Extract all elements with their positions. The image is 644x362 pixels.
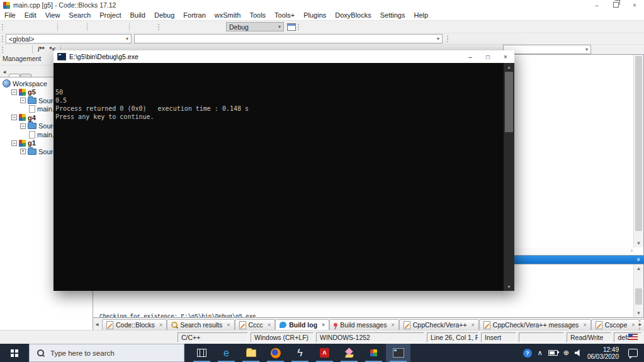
build-and-run-icon[interactable] <box>187 22 198 32</box>
tab-cppcheck-vera[interactable]: CppCheck/Vera++ × <box>399 319 479 330</box>
menu-tools[interactable]: Tools <box>245 11 270 19</box>
tray-help-icon[interactable] <box>523 349 532 358</box>
next-instruction-icon[interactable] <box>364 22 376 32</box>
console-scroll-thumb[interactable] <box>505 72 513 132</box>
tray-battery-icon[interactable] <box>548 350 558 356</box>
goto-next-icon[interactable] <box>463 34 475 44</box>
toolbar-grip[interactable] <box>1 35 4 43</box>
tab-cscope[interactable]: Cscope × <box>591 319 640 330</box>
open-file-icon[interactable] <box>18 22 30 32</box>
scroll-down-icon[interactable]: ▼ <box>634 310 643 316</box>
tab-code-blocks[interactable]: Code::Blocks × <box>102 319 167 330</box>
prev-bookmark-icon[interactable] <box>489 34 500 44</box>
tab-cccc[interactable]: Cccc × <box>235 319 276 330</box>
goto-prev-icon[interactable] <box>451 34 462 44</box>
taskbar-task-view[interactable] <box>189 344 214 362</box>
step-out-icon[interactable] <box>352 22 363 32</box>
tab-close-icon[interactable]: × <box>227 322 230 328</box>
debugging-windows-icon[interactable] <box>415 22 426 32</box>
logs-vscroll-thumb[interactable] <box>635 288 642 305</box>
tab-close-icon[interactable]: × <box>631 322 635 328</box>
expander-icon[interactable]: − <box>11 115 17 120</box>
save-all-icon[interactable] <box>43 22 55 32</box>
doxy-block-comment-button[interactable]: /** <box>35 46 47 53</box>
taskbar-layers-app[interactable] <box>337 344 361 362</box>
scroll-up-icon[interactable]: ▲ <box>504 65 514 69</box>
tab-close-icon[interactable]: × <box>472 322 475 328</box>
tab-build-log[interactable]: Build log × <box>275 319 329 330</box>
toolbar-grip[interactable] <box>1 23 4 31</box>
symbol-select[interactable]: ▾ <box>134 34 443 43</box>
run-icon[interactable] <box>174 22 186 32</box>
scroll-up-icon[interactable]: ▲ <box>634 266 643 271</box>
incremental-search-icon[interactable] <box>594 45 605 55</box>
menu-doxyblocks[interactable]: DoxyBlocks <box>330 11 375 19</box>
toolbar-grip[interactable] <box>157 23 160 31</box>
taskbar-lightning-app[interactable]: ϟ <box>288 344 312 362</box>
build-target-select[interactable]: Debug ▾ <box>226 22 284 31</box>
tabs-scroll-left-icon[interactable]: ◄ <box>1 69 9 77</box>
redo-icon[interactable] <box>73 22 84 32</box>
doxyblocks-run-icon[interactable] <box>18 45 30 55</box>
step-into-icon[interactable] <box>339 22 351 32</box>
menu-help[interactable]: Help <box>409 11 432 19</box>
start-button[interactable] <box>0 344 29 362</box>
undo-icon[interactable] <box>60 22 72 32</box>
cut-icon[interactable] <box>90 22 101 32</box>
tab-close-icon[interactable]: × <box>391 322 394 328</box>
toolbar-grip[interactable] <box>297 23 300 31</box>
console-scrollbar[interactable]: ▲ ▼ <box>504 63 514 291</box>
toolbar-grip[interactable] <box>446 35 449 43</box>
expander-icon[interactable]: + <box>20 149 26 154</box>
tabs-scroll-left-icon[interactable]: ◄ <box>94 322 99 327</box>
toggle-bookmark-icon[interactable] <box>476 34 487 44</box>
keyboard-layout-flag-icon[interactable] <box>628 334 638 340</box>
menu-fortran[interactable]: Fortran <box>179 11 210 19</box>
expander-icon[interactable]: − <box>20 98 26 103</box>
show-compiler-settings-icon[interactable] <box>287 23 296 31</box>
action-center-icon[interactable] <box>628 349 638 357</box>
scroll-down-icon[interactable]: ▼ <box>634 240 643 246</box>
find-replace-icon[interactable] <box>145 22 156 32</box>
editor-vscrollbar[interactable]: ▼ <box>633 55 643 247</box>
scope-select[interactable]: <global> ▾ <box>6 34 132 43</box>
pause-icon[interactable] <box>390 22 401 32</box>
scroll-right-icon[interactable]: › <box>631 247 633 254</box>
clear-bookmarks-icon[interactable] <box>514 34 525 44</box>
taskbar-firefox[interactable] <box>263 344 288 362</box>
paste-icon[interactable] <box>115 22 127 32</box>
console-maximize-button[interactable]: □ <box>479 50 497 63</box>
doxyblocks-extract-icon[interactable] <box>6 45 17 55</box>
tray-volume-icon[interactable] <box>575 349 582 356</box>
stop-debugger-icon[interactable] <box>402 22 414 32</box>
taskbar-edge[interactable]: e <box>214 344 239 362</box>
run-to-cursor-icon[interactable] <box>314 22 325 32</box>
menu-tools[interactable]: Tools+ <box>270 11 299 19</box>
tray-hidden-icons-icon[interactable]: ∧ <box>538 349 543 357</box>
logs-close-icon[interactable]: × <box>633 257 644 263</box>
expander-icon[interactable]: − <box>20 123 26 129</box>
console-body[interactable]: 500.5Process returned 0 (0x0) execution … <box>54 63 514 291</box>
menu-project[interactable]: Project <box>95 11 125 19</box>
taskbar-clock[interactable]: 12:49 06/03/2020 <box>587 346 619 360</box>
menu-wxsmith[interactable]: wxSmith <box>210 11 246 19</box>
step-into-instruction-icon[interactable] <box>377 22 388 32</box>
tab-search-results[interactable]: Search results × <box>167 319 234 330</box>
tab-close-icon[interactable]: × <box>583 322 586 328</box>
tab-cppcheck-vera-messages[interactable]: CppCheck/Vera++ messages × <box>479 319 591 330</box>
console-minimize-button[interactable]: – <box>461 50 479 63</box>
menu-file[interactable]: File <box>0 11 20 19</box>
minimize-button[interactable]: – <box>587 2 606 9</box>
incremental-search-input[interactable]: ▾ <box>503 45 591 54</box>
tab-build-messages[interactable]: Build messages × <box>329 319 398 330</box>
abort-build-icon[interactable] <box>212 22 223 32</box>
console-close-button[interactable]: × <box>497 50 514 63</box>
copy-icon[interactable] <box>103 22 114 32</box>
menu-view[interactable]: View <box>41 11 65 19</box>
tab-close-icon[interactable]: × <box>159 322 162 328</box>
toolbar-grip[interactable] <box>1 46 4 54</box>
tools-icon[interactable] <box>606 45 618 55</box>
save-icon[interactable] <box>31 22 42 32</box>
taskbar-console-app[interactable] <box>386 344 410 362</box>
find-icon[interactable] <box>132 22 144 32</box>
